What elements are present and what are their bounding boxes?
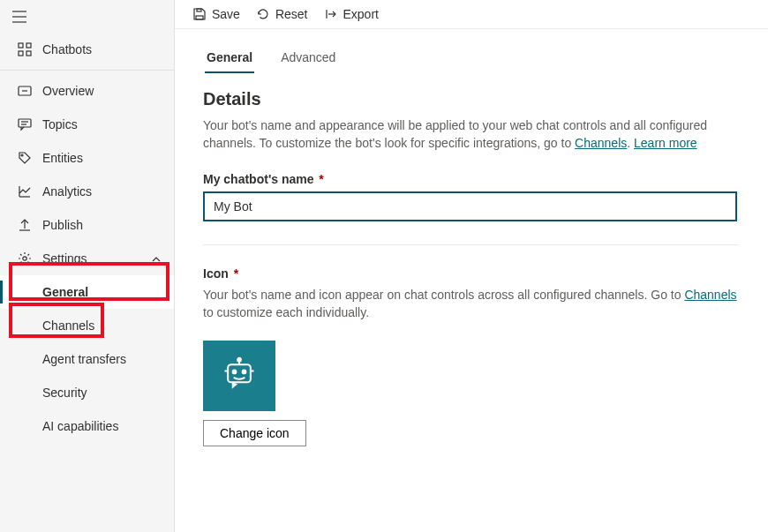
change-icon-button[interactable]: Change icon [203,420,306,446]
svg-rect-3 [19,43,23,48]
bot-icon [220,356,259,395]
sidebar-analytics-label: Analytics [42,184,162,199]
sidebar-channels-label: Channels [42,318,94,333]
reset-label: Reset [275,7,308,21]
export-label: Export [343,7,379,21]
section-divider [203,244,739,245]
chevron-up-icon [151,253,162,264]
hamburger-menu[interactable] [0,0,174,33]
sidebar-overview-label: Overview [42,84,162,98]
chat-icon [18,117,32,131]
upload-icon [18,218,32,232]
details-description: Your bot's name and appearance will be a… [203,116,740,153]
sidebar-item-topics[interactable]: Topics [0,108,174,141]
overview-icon [18,84,32,98]
sidebar-publish-label: Publish [42,218,162,232]
channels-link[interactable]: Channels [575,136,627,150]
details-heading: Details [203,89,740,109]
svg-rect-5 [19,51,23,56]
save-button[interactable]: Save [192,7,240,21]
sidebar-item-publish[interactable]: Publish [0,208,174,242]
icon-description: Your bot's name and icon appear on chat … [203,286,740,322]
reset-button[interactable]: Reset [256,7,308,21]
icon-field-group: Icon * Your bot's name and icon appear o… [203,266,740,447]
sidebar-subitem-ai-capabilities[interactable]: AI capabilities [0,409,174,443]
sidebar-security-label: Security [42,386,87,400]
sidebar-item-analytics[interactable]: Analytics [0,175,174,208]
learn-more-link[interactable]: Learn more [634,136,697,150]
tags-icon [18,151,32,165]
nav-divider [0,70,174,71]
svg-point-20 [243,371,246,374]
channels-link-2[interactable]: Channels [684,288,736,302]
sidebar-item-entities[interactable]: Entities [0,141,174,175]
sidebar-topics-label: Topics [42,117,162,131]
sidebar-subitem-general[interactable]: General [0,275,174,309]
tabs: General Advanced [203,45,740,73]
name-label: My chatbot's name * [203,172,740,186]
save-icon [192,7,207,21]
chatbot-name-input[interactable] [203,191,737,221]
gear-icon [18,251,32,266]
sidebar-item-settings[interactable]: Settings [0,242,174,275]
svg-rect-15 [197,9,201,11]
required-indicator: * [315,172,323,186]
sidebar: Chatbots Overview Topics Entities [0,0,175,532]
sidebar-chatbots-label: Chatbots [42,42,162,56]
sidebar-settings-label: Settings [42,251,151,266]
svg-rect-9 [19,119,31,127]
sidebar-item-overview[interactable]: Overview [0,74,174,108]
export-icon [324,7,338,21]
svg-point-19 [233,371,237,374]
svg-rect-6 [26,51,31,56]
svg-point-17 [237,358,241,362]
analytics-icon [18,184,32,199]
sidebar-subitem-channels[interactable]: Channels [0,309,174,342]
bot-icon-preview [203,341,275,411]
sidebar-entities-label: Entities [42,151,162,165]
svg-rect-4 [26,43,31,48]
command-bar: Save Reset Export [175,0,768,29]
tab-general[interactable]: General [203,45,256,73]
hamburger-icon [12,11,26,23]
name-field-group: My chatbot's name * [203,172,740,221]
sidebar-ai-capabilities-label: AI capabilities [42,419,118,433]
sidebar-item-chatbots[interactable]: Chatbots [0,33,174,66]
svg-point-13 [23,257,26,260]
main: Save Reset Export General Advanced Detai… [175,0,768,532]
svg-point-12 [21,154,23,156]
tab-advanced[interactable]: Advanced [277,45,339,73]
sidebar-agent-transfers-label: Agent transfers [42,352,126,366]
required-indicator: * [230,266,238,281]
sidebar-subitem-security[interactable]: Security [0,376,174,409]
sidebar-general-label: General [42,285,88,299]
content: General Advanced Details Your bot's name… [175,29,768,532]
export-button[interactable]: Export [324,7,379,21]
grid-icon [18,42,32,56]
save-label: Save [212,7,240,21]
reset-icon [256,7,270,21]
icon-label: Icon * [203,266,740,281]
sidebar-subitem-agent-transfers[interactable]: Agent transfers [0,342,174,376]
